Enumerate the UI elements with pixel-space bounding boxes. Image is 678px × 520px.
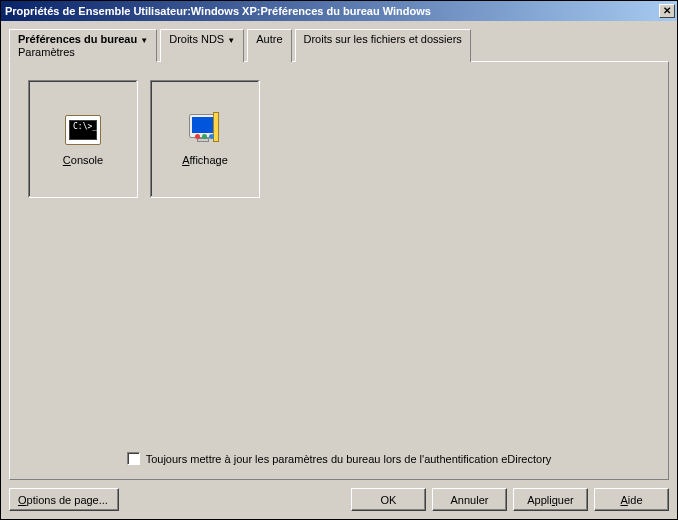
titlebar: Propriétés de Ensemble Utilisateur:Windo… — [1, 1, 677, 21]
cancel-button[interactable]: Annuler — [432, 488, 507, 511]
chevron-down-icon: ▼ — [140, 36, 148, 45]
tab-label: Droits NDS — [169, 33, 224, 45]
tab-panel: C:\>_ Console — [9, 61, 669, 480]
body-area: Préférences du bureau ▼ Paramètres Droit… — [1, 21, 677, 519]
close-button[interactable]: ✕ — [659, 4, 675, 18]
tab-file-folder-rights[interactable]: Droits sur les fichiers et dossiers — [295, 29, 471, 62]
apply-button[interactable]: Appliquer — [513, 488, 588, 511]
tab-label: Droits sur les fichiers et dossiers — [304, 33, 462, 45]
tab-other[interactable]: Autre — [247, 29, 291, 62]
display-icon — [185, 112, 225, 148]
console-icon: C:\>_ — [63, 112, 103, 148]
checkbox-label: Toujours mettre à jour les paramètres du… — [146, 453, 552, 465]
checkbox-always-update[interactable] — [127, 452, 140, 465]
tab-desktop-prefs[interactable]: Préférences du bureau ▼ Paramètres — [9, 29, 157, 62]
help-button[interactable]: Aide — [594, 488, 669, 511]
tab-label: Autre — [256, 33, 282, 45]
dialog-window: Propriétés de Ensemble Utilisateur:Windo… — [0, 0, 678, 520]
ok-button[interactable]: OK — [351, 488, 426, 511]
page-options-button[interactable]: Options de page... — [9, 488, 119, 511]
checkbox-row: Toujours mettre à jour les paramètres du… — [10, 452, 668, 465]
item-label: Affichage — [182, 154, 228, 166]
window-title: Propriétés de Ensemble Utilisateur:Windo… — [5, 5, 431, 17]
items-row: C:\>_ Console — [28, 80, 650, 198]
chevron-down-icon: ▼ — [227, 36, 235, 45]
tab-nds-rights[interactable]: Droits NDS ▼ — [160, 29, 244, 62]
tab-sublabel: Paramètres — [18, 46, 148, 58]
tab-label: Préférences du bureau — [18, 33, 137, 45]
item-display[interactable]: Affichage — [150, 80, 260, 198]
item-console[interactable]: C:\>_ Console — [28, 80, 138, 198]
tabs-row: Préférences du bureau ▼ Paramètres Droit… — [9, 29, 669, 62]
item-label: Console — [63, 154, 103, 166]
button-row: Options de page... OK Annuler Appliquer … — [9, 488, 669, 511]
